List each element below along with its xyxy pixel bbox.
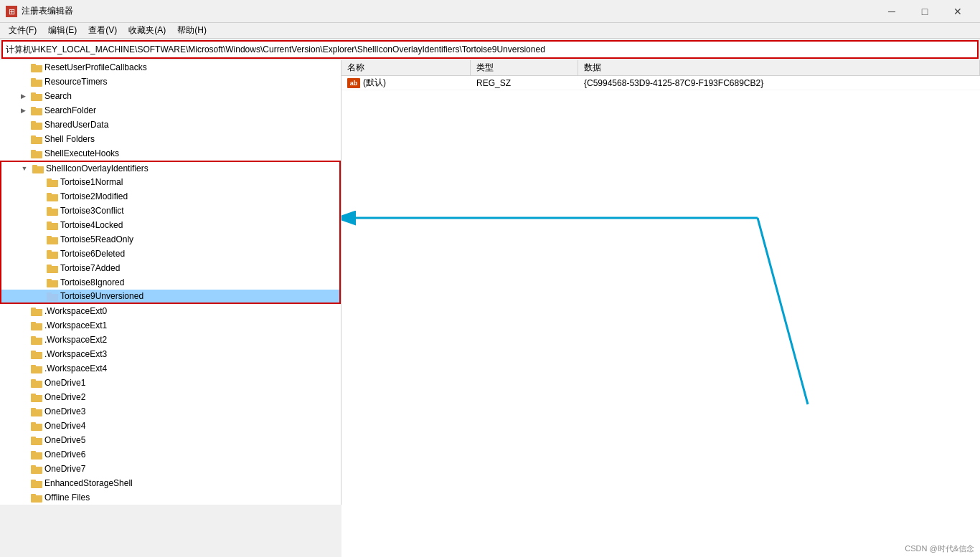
svg-rect-35 <box>47 223 58 229</box>
tree-label-t7: Tortoise7Added <box>60 263 120 273</box>
tree-container[interactable]: ResetUserProfileCallbacks ResourceTimers… <box>0 60 341 505</box>
svg-rect-92 <box>31 495 42 502</box>
tree-label-od6: OneDrive6 <box>44 449 85 460</box>
tree-item-t6[interactable]: Tortoise6Deleted <box>0 247 341 261</box>
folder-icon-shellexec <box>31 148 42 158</box>
window-title: 注册表编辑器 <box>22 5 875 17</box>
tree-expand-od7 <box>17 463 29 475</box>
data-cell-value: {C5994568-53D9-4125-87C9-F193FC689CB2} <box>578 77 980 90</box>
tree-item-search[interactable]: ▶ Search <box>0 89 341 103</box>
folder-icon-od7 <box>31 464 42 474</box>
left-panel: ResetUserProfileCallbacks ResourceTimers… <box>0 60 341 557</box>
col-header-name[interactable]: 名称 <box>341 60 471 75</box>
folder-icon-t5 <box>47 234 58 244</box>
tree-item-ws3[interactable]: .WorkspaceExt3 <box>0 347 341 361</box>
tree-item-od6[interactable]: OneDrive6 <box>0 447 341 462</box>
tree-expand-shared <box>17 119 29 130</box>
tree-expand-search[interactable]: ▶ <box>17 90 29 102</box>
folder-icon-t7 <box>47 263 58 273</box>
ab-icon: ab <box>347 78 360 88</box>
tree-expand-od4 <box>17 420 29 432</box>
svg-rect-11 <box>31 108 42 115</box>
tree-expand-t9 <box>33 290 44 302</box>
tree-label-od4: OneDrive4 <box>44 421 85 431</box>
tree-item-searchfolder[interactable]: ▶ SearchFolder <box>0 103 341 118</box>
menu-edit[interactable]: 编辑(E) <box>42 23 83 39</box>
menu-favorites[interactable]: 收藏夹(A) <box>123 23 171 39</box>
tree-label-ws4: .WorkspaceExt4 <box>44 363 107 373</box>
tree-item-shelliconoverlay[interactable]: ▼ ShellIconOverlayIdentifiers <box>0 161 341 175</box>
col-header-type[interactable]: 类型 <box>471 60 578 75</box>
svg-rect-17 <box>31 137 42 143</box>
tree-expand-ws1 <box>17 320 29 331</box>
tree-item-offline[interactable]: Offline Files <box>0 490 341 505</box>
tree-item-shell[interactable]: Shell Folders <box>0 132 341 146</box>
tree-item-od3[interactable]: OneDrive3 <box>0 404 341 419</box>
tree-label-shell: Shell Folders <box>44 134 95 144</box>
tree-item-shellexec[interactable]: ShellExecuteHooks <box>0 146 341 161</box>
tree-label-shelliconoverlay: ShellIconOverlayIdentifiers <box>46 163 149 173</box>
tree-item-t8[interactable]: Tortoise8Ignored <box>0 275 341 290</box>
folder-icon-od4 <box>31 421 42 431</box>
menu-help[interactable]: 帮助(H) <box>171 23 212 39</box>
close-button[interactable]: ✕ <box>941 0 974 23</box>
tree-expand-t2 <box>33 191 44 202</box>
tree-item-shared[interactable]: SharedUserData <box>0 118 341 132</box>
folder-icon-t4 <box>47 220 58 230</box>
svg-rect-44 <box>47 266 58 272</box>
tree-item-resource[interactable]: ResourceTimers <box>0 75 341 89</box>
tree-item-t1[interactable]: Tortoise1Normal <box>0 175 341 189</box>
tree-item-t7[interactable]: Tortoise7Added <box>0 261 341 275</box>
menu-file[interactable]: 文件(F) <box>3 23 42 39</box>
tree-expand-ws2 <box>17 334 29 346</box>
tree-label-od2: OneDrive2 <box>44 392 85 402</box>
registry-name: (默认) <box>363 77 386 87</box>
tree-expand-ws0 <box>17 305 29 317</box>
tree-item-t5[interactable]: Tortoise5ReadOnly <box>0 232 341 247</box>
tree-expand-t1 <box>33 176 44 188</box>
tree-expand-shelliconoverlay[interactable]: ▼ <box>19 163 30 174</box>
tree-expand-shellexec <box>17 148 29 159</box>
tree-item-ws0[interactable]: .WorkspaceExt0 <box>0 304 341 318</box>
table-row[interactable]: ab(默认)REG_SZ{C5994568-53D9-4125-87C9-F19… <box>341 76 980 90</box>
tree-item-ws2[interactable]: .WorkspaceExt2 <box>0 333 341 347</box>
tree-expand-shell <box>17 133 29 145</box>
tree-item-od5[interactable]: OneDrive5 <box>0 433 341 447</box>
tree-item-ws4[interactable]: .WorkspaceExt4 <box>0 361 341 376</box>
tree-item-t3[interactable]: Tortoise3Conflict <box>0 204 341 218</box>
minimize-button[interactable]: ─ <box>875 0 908 23</box>
tree-label-t6: Tortoise6Deleted <box>60 249 125 259</box>
folder-icon-od6 <box>31 449 42 460</box>
svg-rect-53 <box>31 309 42 315</box>
tree-label-t1: Tortoise1Normal <box>60 177 123 187</box>
tree-item-od4[interactable]: OneDrive4 <box>0 419 341 433</box>
tree-item-reset[interactable]: ResetUserProfileCallbacks <box>0 60 341 75</box>
tree-item-od2[interactable]: OneDrive2 <box>0 390 341 404</box>
tree-item-t4[interactable]: Tortoise4Locked <box>0 218 341 232</box>
folder-icon-t3 <box>47 206 58 216</box>
tree-expand-ws4 <box>17 363 29 374</box>
tree-item-t2[interactable]: Tortoise2Modified <box>0 189 341 204</box>
tree-expand-t5 <box>33 234 44 245</box>
tree-expand-searchfolder[interactable]: ▶ <box>17 105 29 116</box>
tree-expand-t3 <box>33 205 44 216</box>
col-header-data[interactable]: 数据 <box>578 60 980 75</box>
tree-label-t3: Tortoise3Conflict <box>60 206 124 216</box>
address-bar[interactable]: 计算机\HKEY_LOCAL_MACHINE\SOFTWARE\Microsof… <box>1 40 979 59</box>
menu-view[interactable]: 查看(V) <box>83 23 123 39</box>
tree-item-od1[interactable]: OneDrive1 <box>0 376 341 390</box>
svg-rect-65 <box>31 366 42 373</box>
folder-icon-od5 <box>31 435 42 445</box>
tree-label-t5: Tortoise5ReadOnly <box>60 234 133 244</box>
tree-label-offline: Offline Files <box>44 492 90 503</box>
tree-item-od7[interactable]: OneDrive7 <box>0 462 341 476</box>
svg-rect-14 <box>31 123 42 129</box>
svg-rect-20 <box>31 151 42 158</box>
svg-rect-32 <box>47 209 58 215</box>
svg-rect-47 <box>47 280 58 287</box>
tree-label-t9: Tortoise9Unversioned <box>60 291 143 301</box>
tree-item-enhanced[interactable]: EnhancedStorageShell <box>0 476 341 490</box>
maximize-button[interactable]: □ <box>908 0 941 23</box>
tree-item-t9[interactable]: Tortoise9Unversioned <box>0 290 341 304</box>
tree-item-ws1[interactable]: .WorkspaceExt1 <box>0 318 341 333</box>
